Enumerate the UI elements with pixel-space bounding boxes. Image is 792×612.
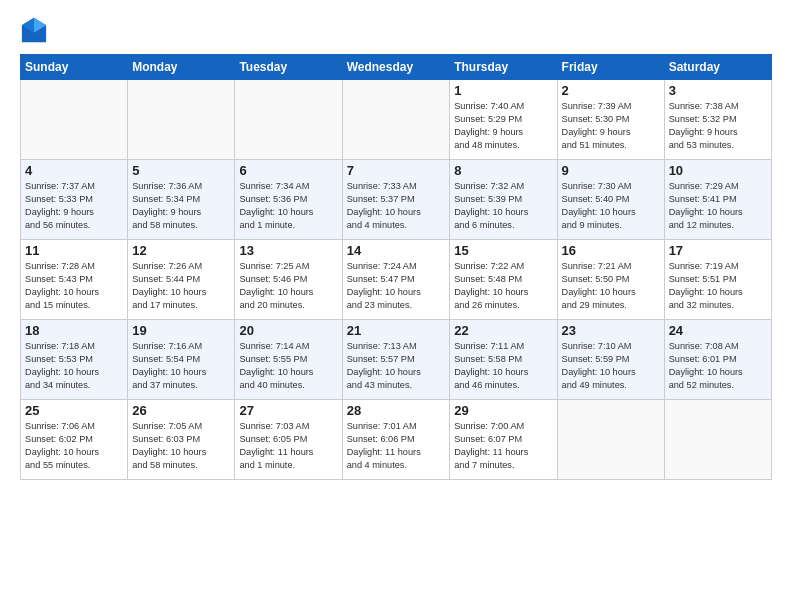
day-number: 12 bbox=[132, 243, 230, 258]
header bbox=[20, 16, 772, 44]
day-number: 4 bbox=[25, 163, 123, 178]
day-number: 26 bbox=[132, 403, 230, 418]
day-cell: 15Sunrise: 7:22 AM Sunset: 5:48 PM Dayli… bbox=[450, 240, 557, 320]
day-info: Sunrise: 7:34 AM Sunset: 5:36 PM Dayligh… bbox=[239, 180, 337, 232]
day-cell bbox=[235, 80, 342, 160]
day-cell: 13Sunrise: 7:25 AM Sunset: 5:46 PM Dayli… bbox=[235, 240, 342, 320]
weekday-tuesday: Tuesday bbox=[235, 55, 342, 80]
day-info: Sunrise: 7:08 AM Sunset: 6:01 PM Dayligh… bbox=[669, 340, 767, 392]
day-cell: 8Sunrise: 7:32 AM Sunset: 5:39 PM Daylig… bbox=[450, 160, 557, 240]
day-cell: 5Sunrise: 7:36 AM Sunset: 5:34 PM Daylig… bbox=[128, 160, 235, 240]
day-cell: 22Sunrise: 7:11 AM Sunset: 5:58 PM Dayli… bbox=[450, 320, 557, 400]
day-number: 13 bbox=[239, 243, 337, 258]
weekday-sunday: Sunday bbox=[21, 55, 128, 80]
day-info: Sunrise: 7:32 AM Sunset: 5:39 PM Dayligh… bbox=[454, 180, 552, 232]
day-cell: 11Sunrise: 7:28 AM Sunset: 5:43 PM Dayli… bbox=[21, 240, 128, 320]
day-info: Sunrise: 7:24 AM Sunset: 5:47 PM Dayligh… bbox=[347, 260, 446, 312]
week-row-4: 18Sunrise: 7:18 AM Sunset: 5:53 PM Dayli… bbox=[21, 320, 772, 400]
day-number: 1 bbox=[454, 83, 552, 98]
day-info: Sunrise: 7:36 AM Sunset: 5:34 PM Dayligh… bbox=[132, 180, 230, 232]
day-info: Sunrise: 7:03 AM Sunset: 6:05 PM Dayligh… bbox=[239, 420, 337, 472]
day-info: Sunrise: 7:25 AM Sunset: 5:46 PM Dayligh… bbox=[239, 260, 337, 312]
day-info: Sunrise: 7:05 AM Sunset: 6:03 PM Dayligh… bbox=[132, 420, 230, 472]
day-cell: 10Sunrise: 7:29 AM Sunset: 5:41 PM Dayli… bbox=[664, 160, 771, 240]
day-info: Sunrise: 7:21 AM Sunset: 5:50 PM Dayligh… bbox=[562, 260, 660, 312]
week-row-1: 1Sunrise: 7:40 AM Sunset: 5:29 PM Daylig… bbox=[21, 80, 772, 160]
day-number: 16 bbox=[562, 243, 660, 258]
day-number: 6 bbox=[239, 163, 337, 178]
day-cell bbox=[21, 80, 128, 160]
day-info: Sunrise: 7:39 AM Sunset: 5:30 PM Dayligh… bbox=[562, 100, 660, 152]
day-number: 18 bbox=[25, 323, 123, 338]
day-number: 8 bbox=[454, 163, 552, 178]
day-number: 22 bbox=[454, 323, 552, 338]
day-number: 28 bbox=[347, 403, 446, 418]
day-number: 14 bbox=[347, 243, 446, 258]
day-cell: 9Sunrise: 7:30 AM Sunset: 5:40 PM Daylig… bbox=[557, 160, 664, 240]
weekday-wednesday: Wednesday bbox=[342, 55, 450, 80]
day-number: 19 bbox=[132, 323, 230, 338]
day-cell bbox=[342, 80, 450, 160]
day-cell: 26Sunrise: 7:05 AM Sunset: 6:03 PM Dayli… bbox=[128, 400, 235, 480]
day-number: 10 bbox=[669, 163, 767, 178]
day-cell: 1Sunrise: 7:40 AM Sunset: 5:29 PM Daylig… bbox=[450, 80, 557, 160]
day-cell: 23Sunrise: 7:10 AM Sunset: 5:59 PM Dayli… bbox=[557, 320, 664, 400]
day-number: 11 bbox=[25, 243, 123, 258]
day-info: Sunrise: 7:29 AM Sunset: 5:41 PM Dayligh… bbox=[669, 180, 767, 232]
weekday-friday: Friday bbox=[557, 55, 664, 80]
calendar-table: SundayMondayTuesdayWednesdayThursdayFrid… bbox=[20, 54, 772, 480]
week-row-5: 25Sunrise: 7:06 AM Sunset: 6:02 PM Dayli… bbox=[21, 400, 772, 480]
day-cell: 7Sunrise: 7:33 AM Sunset: 5:37 PM Daylig… bbox=[342, 160, 450, 240]
day-cell: 24Sunrise: 7:08 AM Sunset: 6:01 PM Dayli… bbox=[664, 320, 771, 400]
day-info: Sunrise: 7:11 AM Sunset: 5:58 PM Dayligh… bbox=[454, 340, 552, 392]
day-number: 9 bbox=[562, 163, 660, 178]
day-cell: 2Sunrise: 7:39 AM Sunset: 5:30 PM Daylig… bbox=[557, 80, 664, 160]
day-number: 29 bbox=[454, 403, 552, 418]
day-number: 2 bbox=[562, 83, 660, 98]
day-number: 15 bbox=[454, 243, 552, 258]
day-cell: 29Sunrise: 7:00 AM Sunset: 6:07 PM Dayli… bbox=[450, 400, 557, 480]
day-info: Sunrise: 7:10 AM Sunset: 5:59 PM Dayligh… bbox=[562, 340, 660, 392]
day-number: 5 bbox=[132, 163, 230, 178]
weekday-saturday: Saturday bbox=[664, 55, 771, 80]
day-info: Sunrise: 7:26 AM Sunset: 5:44 PM Dayligh… bbox=[132, 260, 230, 312]
day-info: Sunrise: 7:06 AM Sunset: 6:02 PM Dayligh… bbox=[25, 420, 123, 472]
day-cell bbox=[664, 400, 771, 480]
day-cell: 16Sunrise: 7:21 AM Sunset: 5:50 PM Dayli… bbox=[557, 240, 664, 320]
day-info: Sunrise: 7:30 AM Sunset: 5:40 PM Dayligh… bbox=[562, 180, 660, 232]
day-info: Sunrise: 7:00 AM Sunset: 6:07 PM Dayligh… bbox=[454, 420, 552, 472]
day-cell: 14Sunrise: 7:24 AM Sunset: 5:47 PM Dayli… bbox=[342, 240, 450, 320]
day-info: Sunrise: 7:33 AM Sunset: 5:37 PM Dayligh… bbox=[347, 180, 446, 232]
day-info: Sunrise: 7:14 AM Sunset: 5:55 PM Dayligh… bbox=[239, 340, 337, 392]
day-number: 21 bbox=[347, 323, 446, 338]
day-cell: 25Sunrise: 7:06 AM Sunset: 6:02 PM Dayli… bbox=[21, 400, 128, 480]
day-number: 7 bbox=[347, 163, 446, 178]
weekday-monday: Monday bbox=[128, 55, 235, 80]
day-info: Sunrise: 7:40 AM Sunset: 5:29 PM Dayligh… bbox=[454, 100, 552, 152]
day-number: 25 bbox=[25, 403, 123, 418]
page: SundayMondayTuesdayWednesdayThursdayFrid… bbox=[0, 0, 792, 490]
logo bbox=[20, 16, 50, 44]
day-info: Sunrise: 7:38 AM Sunset: 5:32 PM Dayligh… bbox=[669, 100, 767, 152]
day-info: Sunrise: 7:19 AM Sunset: 5:51 PM Dayligh… bbox=[669, 260, 767, 312]
day-cell: 18Sunrise: 7:18 AM Sunset: 5:53 PM Dayli… bbox=[21, 320, 128, 400]
day-cell: 12Sunrise: 7:26 AM Sunset: 5:44 PM Dayli… bbox=[128, 240, 235, 320]
day-info: Sunrise: 7:28 AM Sunset: 5:43 PM Dayligh… bbox=[25, 260, 123, 312]
day-number: 23 bbox=[562, 323, 660, 338]
weekday-thursday: Thursday bbox=[450, 55, 557, 80]
day-number: 3 bbox=[669, 83, 767, 98]
day-cell bbox=[557, 400, 664, 480]
day-cell: 27Sunrise: 7:03 AM Sunset: 6:05 PM Dayli… bbox=[235, 400, 342, 480]
day-number: 20 bbox=[239, 323, 337, 338]
day-number: 27 bbox=[239, 403, 337, 418]
week-row-3: 11Sunrise: 7:28 AM Sunset: 5:43 PM Dayli… bbox=[21, 240, 772, 320]
day-cell: 21Sunrise: 7:13 AM Sunset: 5:57 PM Dayli… bbox=[342, 320, 450, 400]
day-info: Sunrise: 7:13 AM Sunset: 5:57 PM Dayligh… bbox=[347, 340, 446, 392]
day-number: 17 bbox=[669, 243, 767, 258]
day-info: Sunrise: 7:01 AM Sunset: 6:06 PM Dayligh… bbox=[347, 420, 446, 472]
day-number: 24 bbox=[669, 323, 767, 338]
day-cell: 4Sunrise: 7:37 AM Sunset: 5:33 PM Daylig… bbox=[21, 160, 128, 240]
day-info: Sunrise: 7:22 AM Sunset: 5:48 PM Dayligh… bbox=[454, 260, 552, 312]
day-cell: 6Sunrise: 7:34 AM Sunset: 5:36 PM Daylig… bbox=[235, 160, 342, 240]
day-info: Sunrise: 7:16 AM Sunset: 5:54 PM Dayligh… bbox=[132, 340, 230, 392]
